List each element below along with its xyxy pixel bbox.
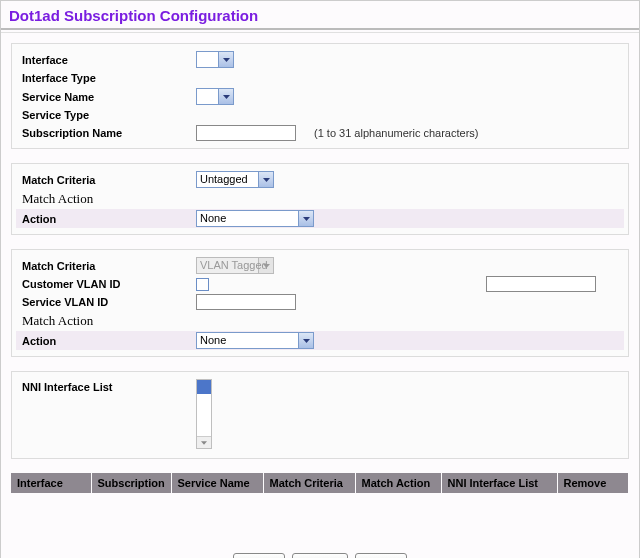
listbox-thumb: [197, 380, 211, 394]
svg-marker-6: [201, 441, 207, 444]
customer-vlan-checkbox[interactable]: [196, 278, 209, 291]
svg-marker-3: [303, 217, 310, 221]
svg-marker-1: [223, 95, 230, 99]
col-remove: Remove: [557, 473, 629, 493]
match-criteria-1-select[interactable]: Untagged: [196, 171, 274, 188]
nni-label: NNI Interface List: [16, 379, 196, 393]
delete-button[interactable]: Delete: [355, 553, 407, 558]
match-criteria-2-label: Match Criteria: [16, 260, 196, 272]
col-subscription: Subscription: [91, 473, 171, 493]
customer-vlan-input[interactable]: [486, 276, 596, 292]
table-header-row: Interface Subscription Service Name Matc…: [11, 473, 629, 493]
match-criteria-1-label: Match Criteria: [16, 174, 196, 186]
col-service-name: Service Name: [171, 473, 263, 493]
panel-nni: NNI Interface List: [11, 371, 629, 459]
interface-label: Interface: [16, 54, 196, 66]
subscription-name-hint: (1 to 31 alphanumeric characters): [314, 127, 478, 139]
panel-match-1: Match Criteria Untagged Match Action Act…: [11, 163, 629, 235]
customer-vlan-label: Customer VLAN ID: [16, 278, 196, 290]
match-criteria-2-select: VLAN Tagged: [196, 257, 274, 274]
submit-button[interactable]: Submit: [233, 553, 285, 558]
dropdown-arrow-icon: [298, 333, 313, 348]
action-1-label: Action: [16, 213, 196, 225]
refresh-button[interactable]: Refresh: [292, 553, 349, 558]
service-name-select[interactable]: [196, 88, 234, 105]
dropdown-arrow-icon: [218, 89, 233, 104]
service-type-label: Service Type: [16, 109, 196, 121]
panel-match-2: Match Criteria VLAN Tagged Customer VLAN…: [11, 249, 629, 357]
dropdown-arrow-icon: [258, 172, 273, 187]
service-name-label: Service Name: [16, 91, 196, 103]
match-action-2-heading: Match Action: [16, 311, 624, 331]
dropdown-arrow-icon: [298, 211, 313, 226]
panel-basic: Interface Interface Type Service Name: [11, 43, 629, 149]
match-action-1-heading: Match Action: [16, 189, 624, 209]
action-2-select[interactable]: None: [196, 332, 314, 349]
action-1-select[interactable]: None: [196, 210, 314, 227]
col-match-criteria: Match Criteria: [263, 473, 355, 493]
col-match-action: Match Action: [355, 473, 441, 493]
subscription-name-input[interactable]: [196, 125, 296, 141]
svg-marker-2: [263, 178, 270, 182]
page-title: Dot1ad Subscription Configuration: [9, 7, 631, 24]
nni-listbox[interactable]: [196, 379, 212, 449]
subscriptions-table: Interface Subscription Service Name Matc…: [11, 473, 629, 493]
service-vlan-label: Service VLAN ID: [16, 296, 196, 308]
col-nni-list: NNI Interface List: [441, 473, 557, 493]
subscription-name-label: Subscription Name: [16, 127, 196, 139]
dropdown-arrow-icon: [218, 52, 233, 67]
svg-marker-5: [303, 339, 310, 343]
action-2-label: Action: [16, 335, 196, 347]
interface-select[interactable]: [196, 51, 234, 68]
interface-type-label: Interface Type: [16, 72, 196, 84]
listbox-down-icon: [197, 436, 211, 448]
svg-marker-0: [223, 58, 230, 62]
col-interface: Interface: [11, 473, 91, 493]
service-vlan-input[interactable]: [196, 294, 296, 310]
